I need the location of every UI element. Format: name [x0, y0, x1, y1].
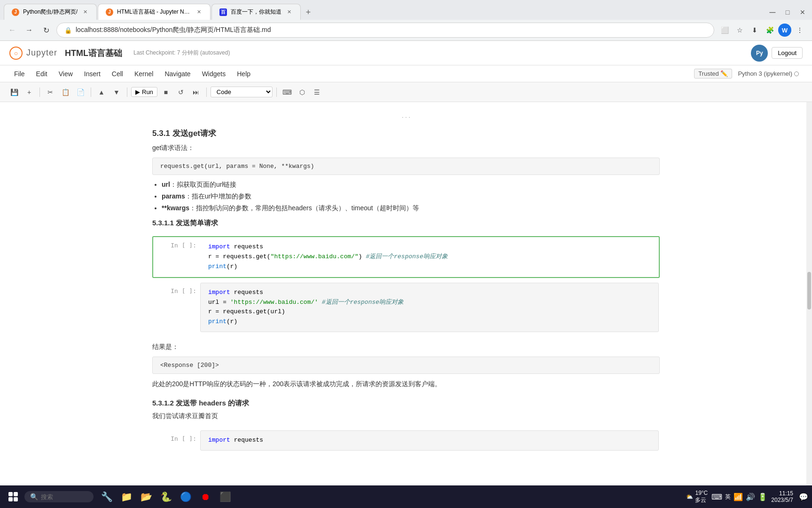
- fn-print-2: print: [208, 318, 226, 325]
- close-window-button[interactable]: ✕: [797, 7, 808, 18]
- interrupt-button[interactable]: ■: [159, 86, 172, 99]
- taskbar-apps: 🔧 📁 📂 🐍 🔵 ⏺ ⬛: [97, 487, 234, 506]
- forward-button[interactable]: →: [23, 24, 36, 37]
- tab-close-2[interactable]: ✕: [195, 8, 203, 16]
- edit-icon: ✏️: [720, 70, 728, 77]
- code-cell-1[interactable]: In [ ]: import requests r = requests.get…: [152, 236, 660, 278]
- code-area-1[interactable]: import requests r = requests.get("https:…: [201, 238, 658, 276]
- taskbar-app-widgets[interactable]: 🔧: [97, 487, 116, 506]
- keyboard-icon: ⌨: [711, 492, 722, 501]
- notebook-title: HTML语言基础: [65, 48, 122, 59]
- scroll-indicator: · · ·: [152, 113, 660, 120]
- cell-content-3[interactable]: import requests: [200, 430, 659, 451]
- get-syntax-label: get请求语法：: [152, 143, 660, 153]
- tab-baidu[interactable]: 百 百度一下，你就知道 ✕: [211, 4, 301, 20]
- code-area-3[interactable]: import requests: [201, 431, 658, 450]
- paste-cell-button[interactable]: 📄: [74, 86, 87, 99]
- string-url-2: 'https://www.baidu.com/': [230, 299, 318, 306]
- menu-insert[interactable]: Insert: [79, 68, 105, 79]
- section-header-area: · · · 5.3.1 发送get请求 get请求语法： requests.ge…: [152, 111, 660, 232]
- tab-jupyter[interactable]: J HTML语言基础 - Jupyter Note... ✕: [98, 4, 211, 20]
- weather-widget: ⛅ 19°C 多云: [686, 490, 708, 504]
- toolbar-separator-5: [276, 87, 277, 97]
- taskbar-app-black[interactable]: ⬛: [216, 487, 234, 506]
- cell-content-1[interactable]: import requests r = requests.get("https:…: [200, 237, 659, 277]
- menu-navigate[interactable]: Navigate: [160, 68, 195, 79]
- menu-widgets[interactable]: Widgets: [197, 68, 231, 79]
- toolbar-separator-1: [39, 87, 40, 97]
- maximize-button[interactable]: □: [782, 7, 793, 18]
- browser-chrome: J Python爬虫/静态网页/ ✕ J HTML语言基础 - Jupyter …: [0, 0, 812, 41]
- save-button[interactable]: 💾: [8, 86, 21, 99]
- code-line-1-1: import requests: [208, 242, 651, 252]
- vertical-scrollbar[interactable]: [806, 102, 812, 508]
- cell-content-2[interactable]: import requests url = 'https://www.baidu…: [200, 283, 659, 332]
- code-line-1-2: r = requests.get("https://www.baidu.com/…: [208, 252, 651, 262]
- menu-icon[interactable]: ⋮: [793, 24, 806, 37]
- cut-cell-button[interactable]: ✂: [44, 86, 57, 99]
- taskbar-app-record[interactable]: ⏺: [196, 487, 215, 506]
- code-cell-3[interactable]: In [ ]: import requests: [152, 429, 660, 452]
- tab-close-3[interactable]: ✕: [285, 8, 293, 16]
- section-title: 5.3.1 发送get请求: [152, 128, 660, 139]
- params-list: url：拟获取页面的url链接params：指在url中增加的参数**kwarg…: [162, 180, 660, 213]
- move-down-button[interactable]: ▼: [110, 86, 123, 99]
- run-button[interactable]: ▶ Run: [131, 87, 157, 97]
- minimize-button[interactable]: ─: [767, 7, 778, 18]
- search-input[interactable]: [41, 493, 88, 500]
- plain-r-eq: r = requests.get(: [208, 253, 271, 260]
- download-icon[interactable]: ⬇: [748, 24, 761, 37]
- profile-button[interactable]: W: [778, 24, 791, 37]
- add-cell-button[interactable]: +: [23, 86, 36, 99]
- taskbar-icons: ⌨ 英 📶 🔊 🔋: [711, 492, 767, 501]
- toolbar: 💾 + ✂ 📋 📄 ▲ ▼ ▶ Run ■ ↺ ⏭ Code Markdown …: [0, 82, 812, 102]
- taskbar-search[interactable]: 🔍: [24, 491, 94, 502]
- menu-kernel[interactable]: Kernel: [130, 68, 158, 79]
- cell-type-select[interactable]: Code Markdown Raw NBConvert: [211, 87, 273, 97]
- string-url: "https://www.baidu.com/": [271, 253, 359, 260]
- refresh-button[interactable]: ↻: [39, 24, 53, 37]
- copy-cell-button[interactable]: 📋: [59, 86, 72, 99]
- move-up-button[interactable]: ▲: [95, 86, 108, 99]
- result-code: <Response [200]>: [152, 357, 660, 374]
- restart-run-button[interactable]: ⏭: [189, 86, 203, 99]
- notification-icon[interactable]: 💬: [799, 492, 808, 501]
- menu-file[interactable]: File: [9, 68, 30, 79]
- taskbar-app-snake[interactable]: 🐍: [156, 487, 175, 506]
- taskbar-app-chrome[interactable]: 🔵: [176, 487, 195, 506]
- tab-python[interactable]: J Python爬虫/静态网页/ ✕: [4, 4, 97, 20]
- weather-desc: 多云: [695, 496, 708, 504]
- tab-favicon-3: 百: [219, 8, 227, 16]
- menu-help[interactable]: Help: [232, 68, 255, 79]
- jupyter-logo: ○ Jupyter: [9, 47, 57, 60]
- menu-edit[interactable]: Edit: [31, 68, 52, 79]
- plain-print-r: (r): [226, 263, 237, 270]
- start-button[interactable]: [4, 487, 23, 506]
- param-item-0: url：拟获取页面的url链接: [162, 180, 660, 190]
- taskbar-clock[interactable]: 11:15 2023/5/7: [771, 490, 793, 503]
- trusted-badge[interactable]: Trusted ✏️: [694, 69, 732, 79]
- new-tab-button[interactable]: +: [302, 6, 315, 19]
- scrollbar-thumb[interactable]: [807, 272, 811, 310]
- keyboard-shortcuts-button[interactable]: ⌨: [281, 86, 294, 99]
- tab-close-1[interactable]: ✕: [81, 8, 89, 16]
- cast-icon[interactable]: ⬜: [718, 24, 731, 37]
- notebook-scroll[interactable]: · · · 5.3.1 发送get请求 get请求语法： requests.ge…: [0, 102, 812, 508]
- tab-title-2: HTML语言基础 - Jupyter Note...: [117, 8, 191, 16]
- taskbar-app-files[interactable]: 📂: [137, 487, 156, 506]
- url-bar[interactable]: 🔒 localhost:8888/notebooks/Python爬虫/静态网页…: [56, 23, 714, 38]
- command-palette-button[interactable]: ⬡: [296, 86, 309, 99]
- taskbar-app-folder[interactable]: 📁: [117, 487, 136, 506]
- plain-close: ): [359, 253, 366, 260]
- cell-toolbar-button[interactable]: ☰: [311, 86, 324, 99]
- extension-icon[interactable]: 🧩: [763, 24, 776, 37]
- back-button[interactable]: ←: [6, 24, 19, 37]
- code-area-2[interactable]: import requests url = 'https://www.baidu…: [201, 283, 658, 332]
- restart-button[interactable]: ↺: [174, 86, 187, 99]
- code-cell-2[interactable]: In [ ]: import requests url = 'https://w…: [152, 282, 660, 333]
- logout-button[interactable]: Logout: [772, 47, 803, 59]
- bookmark-icon[interactable]: ☆: [733, 24, 746, 37]
- menu-view[interactable]: View: [54, 68, 78, 79]
- menu-cell[interactable]: Cell: [107, 68, 128, 79]
- code-line-2-3: r = requests.get(url): [208, 307, 651, 317]
